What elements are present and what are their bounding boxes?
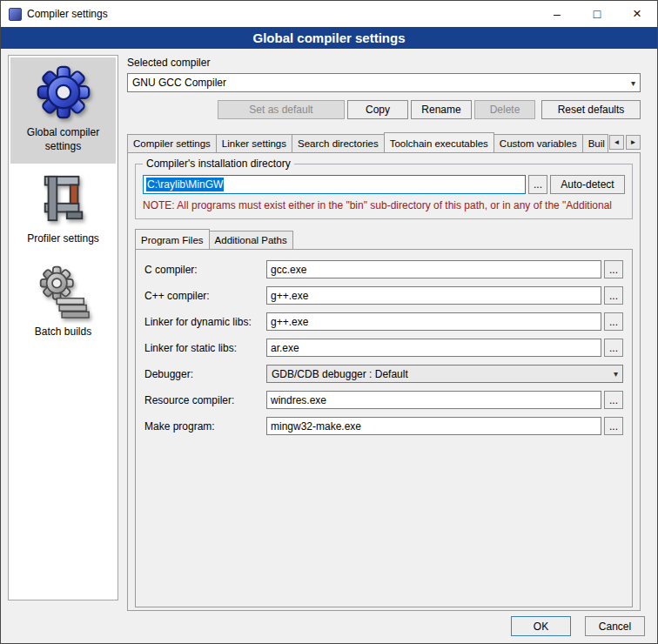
browse-button[interactable]: ...: [604, 339, 623, 357]
chevron-down-icon: ▾: [614, 369, 618, 379]
field-label: Linker for dynamic libs:: [144, 316, 266, 328]
delete-button[interactable]: Delete: [474, 100, 535, 119]
tab-scroll-left-icon[interactable]: ◄: [609, 135, 624, 150]
sidebar-item-label: Batch builds: [35, 325, 91, 339]
debugger-select[interactable]: GDB/CDB debugger : Default ▾: [266, 365, 623, 383]
selected-compiler-select[interactable]: GNU GCC Compiler ▾: [127, 73, 641, 92]
reset-defaults-button[interactable]: Reset defaults: [541, 100, 641, 119]
sidebar-item-batch-builds[interactable]: Batch builds: [10, 257, 116, 350]
field-label: C++ compiler:: [144, 290, 266, 302]
cancel-button[interactable]: Cancel: [585, 616, 645, 636]
field-row-linker-static: Linker for static libs: ...: [144, 339, 623, 357]
main-content: Selected compiler GNU GCC Compiler ▾ Set…: [127, 55, 641, 611]
cpp-compiler-input[interactable]: [266, 286, 601, 305]
dialog-footer: OK Cancel: [511, 616, 645, 636]
compiler-settings-dialog: Compiler settings – □ × Global compiler …: [0, 0, 658, 644]
field-label: Resource compiler:: [144, 394, 266, 406]
browse-button[interactable]: ...: [604, 417, 623, 435]
gear-icon: [37, 65, 91, 119]
tab-search-directories[interactable]: Search directories: [292, 134, 385, 152]
note-text: NOTE: All programs must exist either in …: [143, 199, 625, 211]
tab-compiler-settings[interactable]: Compiler settings: [127, 134, 217, 152]
debugger-value: GDB/CDB debugger : Default: [272, 368, 408, 380]
ok-button[interactable]: OK: [511, 616, 571, 636]
browse-button[interactable]: ...: [604, 391, 623, 409]
titlebar: Compiler settings – □ ×: [1, 1, 657, 27]
selected-compiler-label: Selected compiler: [127, 57, 641, 69]
minimize-button[interactable]: –: [537, 1, 577, 27]
tab-build-options[interactable]: Buil: [582, 134, 608, 152]
field-row-c-compiler: C compiler: ...: [144, 260, 623, 278]
copy-button[interactable]: Copy: [347, 100, 408, 119]
field-row-resource-compiler: Resource compiler: ...: [144, 391, 623, 409]
field-row-debugger: Debugger: GDB/CDB debugger : Default ▾: [144, 365, 623, 383]
field-label: Debugger:: [144, 368, 266, 380]
page-title: Global compiler settings: [1, 27, 657, 49]
install-dir-input[interactable]: C:\raylib\MinGW: [143, 175, 526, 194]
linker-dynamic-input[interactable]: [266, 312, 601, 331]
c-compiler-input[interactable]: [266, 260, 601, 278]
sidebar-item-label: Profiler settings: [27, 232, 99, 246]
settings-tabbar: Compiler settings Linker settings Search…: [127, 131, 641, 152]
browse-button[interactable]: ...: [604, 286, 623, 305]
sidebar-item-global-compiler-settings[interactable]: Global compiler settings: [10, 57, 116, 164]
app-icon: [9, 8, 22, 21]
field-row-linker-dynamic: Linker for dynamic libs: ...: [144, 312, 623, 331]
browse-button[interactable]: ...: [604, 312, 623, 331]
field-label: Make program:: [144, 420, 266, 433]
tab-toolchain-executables[interactable]: Toolchain executables: [384, 132, 494, 152]
close-button[interactable]: ×: [617, 1, 657, 27]
install-dir-group: Compiler's installation directory C:\ray…: [135, 164, 633, 219]
auto-detect-button[interactable]: Auto-detect: [550, 175, 625, 194]
compiler-actions: Set as default Copy Rename Delete Reset …: [127, 100, 641, 119]
chevron-down-icon: ▾: [631, 78, 635, 88]
install-dir-value: C:\raylib\MinGW: [146, 178, 224, 191]
settings-sidebar: Global compiler settings Profiler settin…: [8, 55, 118, 600]
program-files-tabbar: Program Files Additional Paths: [135, 228, 633, 249]
field-row-cpp-compiler: C++ compiler: ...: [144, 286, 623, 305]
window-title: Compiler settings: [27, 8, 108, 20]
tab-custom-variables[interactable]: Custom variables: [494, 134, 583, 152]
sidebar-item-profiler-settings[interactable]: Profiler settings: [10, 164, 116, 257]
field-row-make-program: Make program: ...: [144, 417, 623, 435]
tab-scroll-nav: ◄ ►: [609, 135, 641, 150]
field-label: C compiler:: [144, 264, 266, 276]
browse-button[interactable]: ...: [604, 260, 623, 278]
maximize-button[interactable]: □: [577, 1, 617, 27]
make-program-input[interactable]: [266, 417, 601, 435]
field-label: Linker for static libs:: [144, 342, 266, 354]
rename-button[interactable]: Rename: [411, 100, 472, 119]
resource-compiler-input[interactable]: [266, 391, 601, 409]
clamp-tool-icon: [38, 171, 89, 225]
spacer: [127, 100, 218, 119]
gray-gears-icon: [37, 265, 91, 319]
install-dir-group-label: Compiler's installation directory: [143, 158, 294, 170]
set-as-default-button[interactable]: Set as default: [218, 100, 345, 119]
install-dir-row: C:\raylib\MinGW ... Auto-detect: [143, 175, 625, 194]
program-files-panel: C compiler: ... C++ compiler: ... Linker…: [135, 249, 633, 607]
tab-scroll-right-icon[interactable]: ►: [626, 135, 641, 150]
install-dir-browse-button[interactable]: ...: [528, 175, 547, 194]
linker-static-input[interactable]: [266, 339, 601, 357]
tab-additional-paths[interactable]: Additional Paths: [209, 231, 293, 249]
sidebar-item-label: Global compiler settings: [12, 126, 114, 153]
window-controls: – □ ×: [537, 1, 657, 27]
tab-program-files[interactable]: Program Files: [135, 229, 210, 249]
tab-linker-settings[interactable]: Linker settings: [216, 134, 292, 152]
toolchain-panel: Compiler's installation directory C:\ray…: [127, 152, 641, 611]
selected-compiler-value: GNU GCC Compiler: [132, 77, 226, 89]
